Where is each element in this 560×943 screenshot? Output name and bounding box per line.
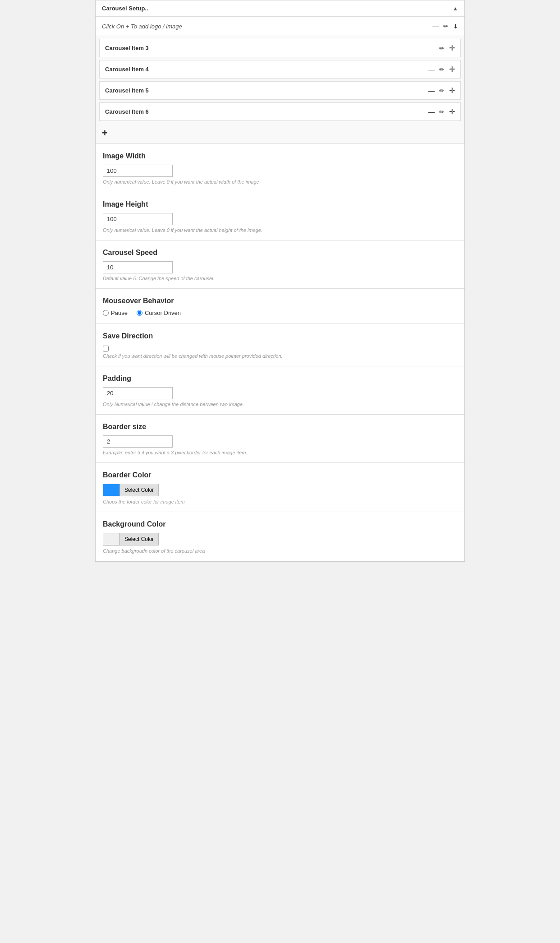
mouseover-behavior-section: Mouseover Behavior Pause Cursor Driven <box>96 289 464 324</box>
image-width-section: Image Width Only numerical value. Leave … <box>96 144 464 192</box>
boarder-color-select-button[interactable]: Select Color <box>120 484 159 496</box>
boarder-color-section: Boarder Color Select Color Choos the for… <box>96 463 464 512</box>
carousel-item-icons <box>428 44 455 52</box>
item5-edit-icon[interactable] <box>439 87 445 95</box>
carousel-item-row: Carousel Item 6 <box>99 102 461 121</box>
boarder-color-title: Boarder Color <box>103 471 457 479</box>
background-color-hint: Change backgroudn color of the carousel … <box>103 548 457 554</box>
carousel-speed-title: Carousel Speed <box>103 249 457 257</box>
item5-move-icon[interactable] <box>449 86 455 95</box>
item6-edit-icon[interactable] <box>439 108 445 116</box>
item4-minus-icon[interactable] <box>428 65 435 74</box>
carousel-item-icons <box>428 107 455 116</box>
boarder-size-input[interactable] <box>103 435 173 448</box>
carousel-item-label: Carousel Item 6 <box>105 108 149 115</box>
radio-pause[interactable] <box>103 310 109 316</box>
item6-move-icon[interactable] <box>449 107 455 116</box>
panel-title: Carousel Setup.. <box>102 5 148 12</box>
image-height-section: Image Height Only numerical value. Leave… <box>96 192 464 240</box>
item4-edit-icon[interactable] <box>439 65 445 74</box>
save-direction-title: Save Direction <box>103 332 457 340</box>
save-direction-checkbox-row <box>103 345 457 351</box>
carousel-item-label: Carousel Item 4 <box>105 66 149 73</box>
boarder-size-hint: Example: enter 3 if you want a 3 pixel b… <box>103 450 457 455</box>
background-color-select-button[interactable]: Select Color <box>120 533 159 545</box>
carousel-add-icons <box>432 22 458 30</box>
carousel-speed-input[interactable] <box>103 261 173 273</box>
background-color-row: Select Color <box>103 533 457 545</box>
carousel-add-label: Click On + To add logo / image <box>102 23 182 30</box>
header-dropdown-icon[interactable] <box>453 22 458 30</box>
image-width-hint: Only numerical value. Leave 0 if you wan… <box>103 179 457 185</box>
boarder-color-swatch <box>103 484 120 496</box>
carousel-item-row: Carousel Item 4 <box>99 60 461 79</box>
background-color-section: Background Color Select Color Change bac… <box>96 512 464 561</box>
boarder-size-section: Boarder size Example: enter 3 if you wan… <box>96 415 464 463</box>
mouseover-behavior-title: Mouseover Behavior <box>103 297 457 305</box>
radio-cursor-option[interactable]: Cursor Driven <box>137 310 181 316</box>
header-minus-icon[interactable] <box>432 22 439 30</box>
panel-header: Carousel Setup.. ▲ <box>96 0 464 17</box>
padding-hint: Only Numarical value ! change the distan… <box>103 402 457 407</box>
background-color-title: Background Color <box>103 520 457 528</box>
collapse-icon[interactable]: ▲ <box>453 5 458 12</box>
padding-title: Padding <box>103 374 457 383</box>
save-direction-checkbox[interactable] <box>103 346 109 351</box>
radio-cursor-label: Cursor Driven <box>145 310 181 316</box>
padding-input[interactable] <box>103 387 173 399</box>
carousel-item-icons <box>428 65 455 74</box>
carousel-add-row: Click On + To add logo / image <box>96 17 464 36</box>
carousel-item-row: Carousel Item 5 <box>99 81 461 100</box>
radio-pause-label: Pause <box>111 310 128 316</box>
save-direction-hint: Check if you want direction will be chan… <box>103 353 457 359</box>
item3-move-icon[interactable] <box>449 44 455 52</box>
item3-minus-icon[interactable] <box>428 44 435 52</box>
carousel-item-row: Carousel Item 3 <box>99 39 461 57</box>
add-plus-row: + <box>96 124 464 143</box>
add-item-button[interactable]: + <box>102 127 108 139</box>
radio-cursor[interactable] <box>137 310 142 316</box>
carousel-item-label: Carousel Item 3 <box>105 45 149 51</box>
header-edit-icon[interactable] <box>443 22 449 30</box>
carousel-item-label: Carousel Item 5 <box>105 87 149 94</box>
mouseover-radio-group: Pause Cursor Driven <box>103 310 457 316</box>
save-direction-section: Save Direction Check if you want directi… <box>96 324 464 366</box>
boarder-color-hint: Choos the forder color for image item <box>103 499 457 504</box>
image-height-title: Image Height <box>103 200 457 208</box>
item3-edit-icon[interactable] <box>439 44 445 52</box>
item4-move-icon[interactable] <box>449 65 455 74</box>
carousel-speed-hint: Default value 5. Change the speed of the… <box>103 276 457 281</box>
padding-section: Padding Only Numarical value ! change th… <box>96 366 464 415</box>
radio-pause-option[interactable]: Pause <box>103 310 128 316</box>
carousel-speed-section: Carousel Speed Default value 5. Change t… <box>96 240 464 289</box>
carousel-item-icons <box>428 86 455 95</box>
boarder-size-title: Boarder size <box>103 423 457 431</box>
image-width-title: Image Width <box>103 152 457 160</box>
boarder-color-row: Select Color <box>103 484 457 496</box>
image-height-hint: Only numerical value. Leave 0 if you wan… <box>103 227 457 233</box>
background-color-swatch <box>103 533 120 545</box>
image-width-input[interactable] <box>103 165 173 177</box>
carousel-setup-panel: Carousel Setup.. ▲ Click On + To add log… <box>95 0 465 562</box>
carousel-items-section: Click On + To add logo / image Carousel … <box>96 17 464 144</box>
item5-minus-icon[interactable] <box>428 87 435 95</box>
item6-minus-icon[interactable] <box>428 108 435 116</box>
image-height-input[interactable] <box>103 213 173 225</box>
